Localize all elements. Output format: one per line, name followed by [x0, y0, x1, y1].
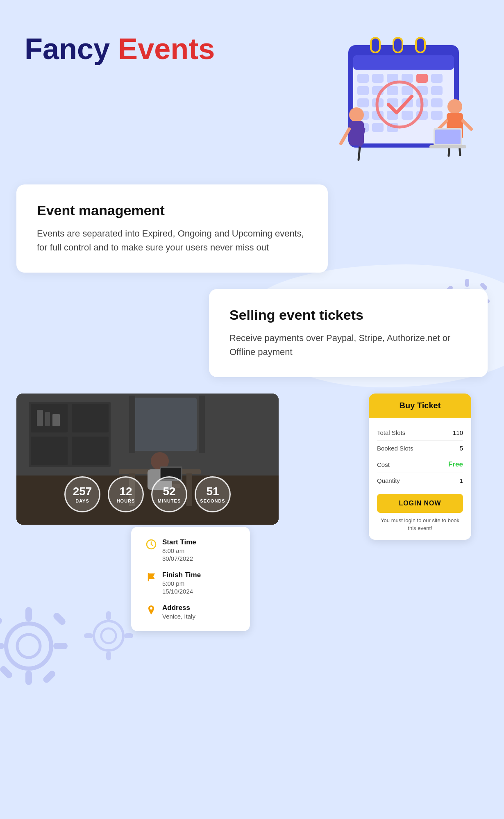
finish-time-row: Finish Time 5:00 pm 15/10/2024 — [146, 571, 235, 595]
countdown-days-label: DAYS — [75, 498, 89, 503]
svg-rect-15 — [402, 86, 413, 95]
event-management-card: Event management Events are separated in… — [16, 184, 328, 273]
svg-point-34 — [349, 107, 364, 122]
total-slots-label: Total Slots — [377, 429, 405, 436]
finish-time-label: Finish Time — [162, 571, 201, 579]
selling-card: Selling event tickets Receive payments o… — [209, 289, 488, 377]
start-time-label: Start Time — [162, 538, 196, 546]
event-management-section: Event management Events are separated in… — [0, 184, 504, 273]
start-time-row: Start Time 8:00 am 30/07/2022 — [146, 538, 235, 562]
hero-title: Fancy Events — [25, 33, 215, 65]
selling-title: Selling event tickets — [229, 307, 467, 323]
svg-rect-18 — [357, 98, 369, 107]
svg-rect-29 — [431, 111, 443, 120]
selling-body: Receive payments over Paypal, Stripe, Au… — [229, 331, 467, 359]
quantity-row: Quantity 1 — [377, 473, 463, 488]
quantity-value: 1 — [460, 477, 463, 484]
address-label: Address — [162, 604, 195, 612]
svg-rect-90 — [53, 643, 68, 649]
countdown-hours-label: HOURS — [117, 498, 135, 503]
svg-point-96 — [101, 628, 116, 643]
quantity-label: Quantity — [377, 477, 400, 484]
countdown-days-value: 257 — [73, 486, 92, 497]
svg-rect-4 — [416, 38, 425, 52]
svg-rect-88 — [25, 671, 32, 685]
total-slots-value: 110 — [453, 429, 463, 436]
svg-rect-12 — [357, 86, 369, 95]
svg-rect-50 — [465, 279, 469, 287]
svg-rect-94 — [0, 665, 14, 680]
flag-icon — [146, 572, 157, 582]
gear-small-bottom-left — [82, 609, 135, 664]
event-demo-section: 257 DAYS 12 HOURS 52 MINUTES 51 SECONDS — [0, 394, 504, 598]
svg-point-84 — [150, 607, 152, 610]
countdown-hours: 12 HOURS — [108, 476, 144, 512]
svg-rect-87 — [25, 607, 32, 621]
start-time-text: Start Time 8:00 am 30/07/2022 — [162, 538, 196, 562]
countdown-seconds-value: 51 — [206, 486, 219, 497]
svg-rect-7 — [372, 74, 384, 83]
svg-rect-98 — [106, 651, 111, 660]
hero-title-events: Events — [118, 32, 215, 65]
svg-rect-14 — [387, 86, 398, 95]
svg-rect-92 — [42, 669, 57, 684]
svg-line-42 — [463, 121, 471, 129]
hero-title-fancy: Fancy — [25, 32, 110, 65]
svg-point-95 — [94, 621, 123, 651]
event-management-body: Events are separated into Expired, Ongoi… — [37, 227, 307, 255]
svg-rect-89 — [0, 643, 4, 649]
event-management-title: Event management — [37, 202, 307, 218]
selling-section: Selling event tickets Receive payments o… — [0, 289, 504, 377]
location-icon — [146, 605, 157, 615]
login-note: You must login to our site to book this … — [377, 517, 463, 532]
svg-point-39 — [447, 99, 462, 114]
countdown-days: 257 DAYS — [64, 476, 100, 512]
countdown-minutes-value: 52 — [163, 486, 175, 497]
cost-row: Cost Free — [377, 456, 463, 473]
address-value: Venice, Italy — [162, 613, 195, 620]
svg-point-85 — [6, 623, 51, 669]
buy-ticket-card: Buy Ticket Total Slots 110 Booked Slots … — [369, 394, 471, 540]
hero-section: Fancy Events — [0, 0, 504, 180]
start-date-value: 30/07/2022 — [162, 555, 196, 562]
svg-rect-3 — [393, 38, 402, 52]
svg-rect-97 — [106, 611, 111, 620]
gear-large-bottom-left — [0, 605, 70, 689]
svg-rect-93 — [52, 612, 67, 626]
finish-time-text: Finish Time 5:00 pm 15/10/2024 — [162, 571, 201, 595]
bottom-decorations — [0, 598, 504, 697]
countdown-minutes-label: MINUTES — [158, 498, 181, 503]
countdown-overlay: 257 DAYS 12 HOURS 52 MINUTES 51 SECONDS — [64, 476, 231, 512]
svg-line-36 — [341, 129, 349, 143]
cost-value: Free — [448, 460, 463, 469]
hero-illustration — [324, 25, 479, 164]
svg-rect-17 — [431, 86, 443, 95]
event-info-card: Start Time 8:00 am 30/07/2022 Finish Tim… — [131, 527, 250, 631]
svg-rect-99 — [84, 633, 93, 638]
booked-slots-row: Booked Slots 5 — [377, 441, 463, 456]
svg-rect-11 — [431, 74, 443, 83]
svg-rect-6 — [357, 74, 369, 83]
countdown-hours-value: 12 — [119, 486, 132, 497]
finish-date-value: 15/10/2024 — [162, 588, 201, 595]
svg-rect-46 — [435, 130, 461, 144]
cost-label: Cost — [377, 461, 390, 468]
countdown-minutes: 52 MINUTES — [151, 476, 187, 512]
total-slots-row: Total Slots 110 — [377, 425, 463, 441]
svg-rect-47 — [429, 145, 466, 148]
svg-rect-27 — [402, 111, 413, 120]
svg-rect-91 — [0, 616, 3, 631]
svg-rect-5 — [353, 55, 454, 70]
countdown-seconds-label: SECONDS — [200, 498, 225, 503]
svg-point-86 — [17, 635, 40, 657]
booked-slots-label: Booked Slots — [377, 445, 413, 452]
event-demo-container: 257 DAYS 12 HOURS 52 MINUTES 51 SECONDS — [16, 394, 488, 598]
booked-slots-value: 5 — [460, 445, 463, 452]
clock-icon — [146, 539, 157, 550]
svg-rect-31 — [372, 123, 384, 132]
start-time-value: 8:00 am — [162, 547, 196, 554]
login-now-button[interactable]: LOGIN NOW — [377, 494, 463, 513]
svg-line-38 — [359, 148, 360, 160]
svg-rect-10 — [416, 74, 428, 83]
svg-rect-2 — [371, 38, 380, 52]
